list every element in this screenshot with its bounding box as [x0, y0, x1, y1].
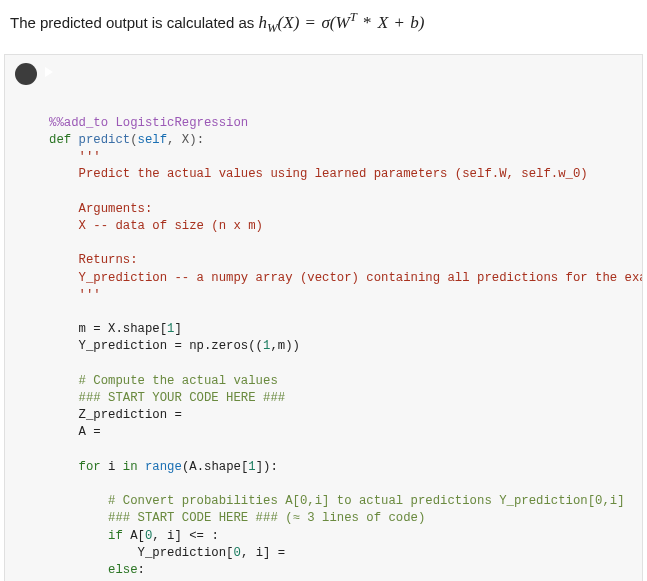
code-token: Y_prediction = np.zeros((: [49, 339, 263, 353]
code-line: else:: [49, 562, 632, 579]
code-line: [49, 356, 632, 373]
code-token: if: [108, 529, 130, 543]
code-line: Predict the actual values using learned …: [49, 166, 632, 183]
code-line: %%add_to LogisticRegression: [49, 115, 632, 132]
code-token: else: [108, 563, 138, 577]
code-line: ''': [49, 287, 632, 304]
code-token: A =: [49, 425, 108, 439]
code-token: Y_prediction -- a numpy array (vector) c…: [49, 271, 643, 285]
code-token: m = X.shape[: [49, 322, 167, 336]
code-token: , i] =: [241, 546, 293, 560]
code-token: 0: [233, 546, 240, 560]
code-line: ### START YOUR CODE HERE ###: [49, 390, 632, 407]
code-line: Y_prediction[0, i] =: [49, 545, 632, 562]
code-token: [49, 305, 56, 319]
code-token: Predict the actual values using learned …: [49, 167, 588, 181]
code-line: if A[0, i] <= :: [49, 528, 632, 545]
code-token: Returns:: [49, 253, 138, 267]
code-line: Arguments:: [49, 201, 632, 218]
code-token: ''': [49, 150, 101, 164]
code-token: [49, 357, 56, 371]
code-line: Z_prediction =: [49, 407, 632, 424]
code-line: # Convert probabilities A[0,i] to actual…: [49, 493, 632, 510]
code-token: # Convert probabilities A[0,i] to actual…: [49, 494, 625, 508]
code-line: A =: [49, 424, 632, 441]
code-token: (A.shape[: [182, 460, 248, 474]
play-icon: [4, 54, 54, 100]
code-token: X -- data of size (n x m): [49, 219, 263, 233]
code-line: [49, 184, 632, 201]
code-line: Returns:: [49, 252, 632, 269]
code-line: [49, 304, 632, 321]
code-content[interactable]: %%add_to LogisticRegressiondef predict(s…: [49, 115, 632, 581]
code-line: def predict(self, X):: [49, 132, 632, 149]
code-line: X -- data of size (n x m): [49, 218, 632, 235]
code-line: [49, 442, 632, 459]
code-line: Y_prediction = np.zeros((1,m)): [49, 338, 632, 355]
code-token: , i] <= :: [152, 529, 218, 543]
description-formula: hW(X) = σ(WT * X + b): [258, 14, 424, 31]
code-token: ]):: [256, 460, 278, 474]
code-token: 1: [248, 460, 255, 474]
code-token: :: [138, 563, 145, 577]
code-token: ''': [49, 288, 101, 302]
code-token: # Compute the actual values: [49, 374, 278, 388]
code-line: Y_prediction -- a numpy array (vector) c…: [49, 270, 632, 287]
code-token: (: [130, 133, 137, 147]
code-token: ### START YOUR CODE HERE ###: [49, 391, 285, 405]
code-line: [49, 235, 632, 252]
code-token: Y_prediction[: [49, 546, 233, 560]
code-token: [49, 529, 108, 543]
code-token: ,m)): [270, 339, 300, 353]
code-line: ### START CODE HERE ### (≈ 3 lines of co…: [49, 510, 632, 527]
code-token: , X):: [167, 133, 204, 147]
code-line: m = X.shape[1]: [49, 321, 632, 338]
code-line: # Compute the actual values: [49, 373, 632, 390]
code-token: [49, 563, 108, 577]
code-token: Z_prediction =: [49, 408, 189, 422]
code-token: [49, 460, 79, 474]
svg-marker-0: [45, 67, 53, 77]
run-cell-button[interactable]: [15, 63, 37, 85]
code-token: [49, 185, 56, 199]
code-token: Arguments:: [49, 202, 152, 216]
code-token: predict: [79, 133, 131, 147]
code-token: def: [49, 133, 79, 147]
code-token: ]: [174, 322, 181, 336]
code-line: ''': [49, 149, 632, 166]
code-token: for: [79, 460, 109, 474]
code-token: [49, 236, 56, 250]
code-token: in: [123, 460, 145, 474]
code-line: [49, 476, 632, 493]
code-token: A[: [130, 529, 145, 543]
code-token: [49, 443, 56, 457]
code-token: ### START CODE HERE ### (≈ 3 lines of co…: [49, 511, 425, 525]
code-token: range: [145, 460, 182, 474]
code-token: self: [138, 133, 168, 147]
code-cell[interactable]: %%add_to LogisticRegressiondef predict(s…: [4, 54, 643, 581]
description-text: The predicted output is calculated as hW…: [0, 0, 647, 48]
description-prefix: The predicted output is calculated as: [10, 14, 258, 31]
code-token: i: [108, 460, 123, 474]
code-line: for i in range(A.shape[1]):: [49, 459, 632, 476]
code-token: %%add_to LogisticRegression: [49, 116, 248, 130]
code-token: [49, 477, 56, 491]
